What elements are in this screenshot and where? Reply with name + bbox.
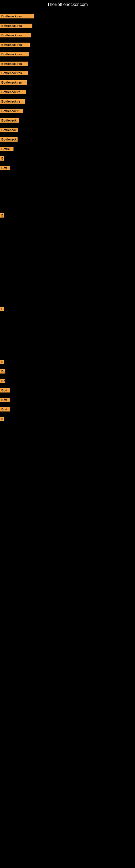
bar-label: Bott	[0, 388, 10, 393]
bar-label: Bo	[0, 379, 5, 383]
bar-label: Bottleneck res	[0, 62, 28, 66]
bar-label: B	[0, 213, 4, 218]
bar-label: Bottleneck res	[0, 71, 28, 75]
bar-label: Bottleneck res	[0, 42, 30, 47]
bar-label: Bo	[0, 369, 5, 373]
bar-label: B	[0, 307, 4, 311]
bar-label: Bottleneck res	[0, 14, 34, 19]
bar-label: Bottle	[0, 147, 13, 151]
bar-label: B	[0, 156, 4, 161]
bar-label: Bottleneck r	[0, 109, 23, 113]
bar-label: Bott	[0, 398, 10, 402]
bar-label: B	[0, 360, 4, 364]
bar-label: Bottleneck res	[0, 33, 31, 37]
bar-label: Bottleneck re	[0, 99, 25, 104]
bar-label: B	[0, 416, 4, 421]
bar-label: Bottleneck	[0, 137, 17, 142]
bar-label: Bottleneck res	[0, 80, 27, 85]
bar-label: Bottleneck res	[0, 52, 29, 56]
bar-label: Bott	[0, 166, 10, 170]
site-title: TheBottlenecker.com	[0, 0, 135, 8]
bar-label: Bottleneck re	[0, 90, 26, 94]
bar-label: Bottleneck res	[0, 24, 32, 28]
bar-label: Bottleneck	[0, 128, 18, 132]
bar-label: Bottleneck	[0, 118, 19, 123]
bar-label: Bott	[0, 407, 10, 411]
